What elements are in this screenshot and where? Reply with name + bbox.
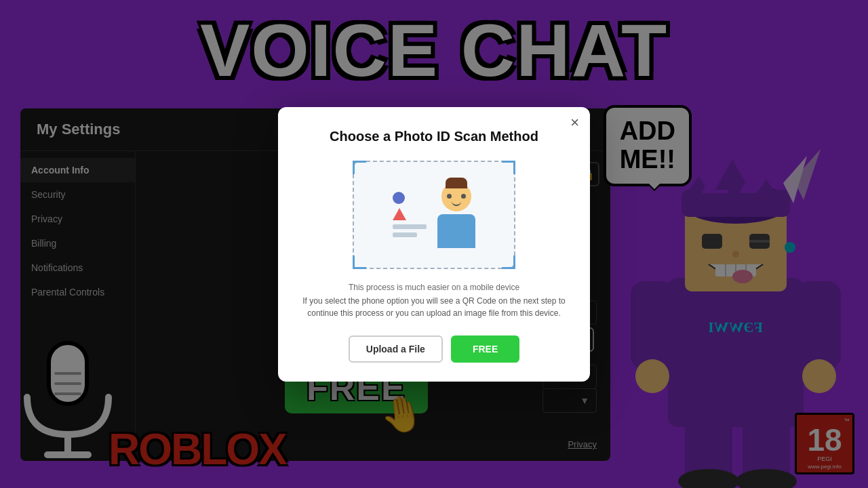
shapes-side: [393, 192, 427, 237]
corner-br: [502, 256, 515, 269]
shape-circle: [393, 192, 405, 204]
phone-option-button[interactable]: FREE: [451, 336, 519, 363]
modal-overlay: × Choose a Photo ID Scan Method: [0, 0, 868, 488]
scan-illustration: [353, 161, 515, 269]
shape-triangle: [393, 208, 406, 220]
photo-id-modal: × Choose a Photo ID Scan Method: [278, 107, 590, 382]
avatar-illustration: [437, 182, 475, 248]
avatar-hair: [446, 178, 467, 188]
corner-tl: [353, 161, 366, 174]
eye-left: [447, 194, 452, 199]
id-line-2: [393, 232, 417, 237]
avatar-body: [437, 214, 475, 248]
modal-title: Choose a Photo ID Scan Method: [302, 129, 566, 144]
corner-bl: [353, 256, 366, 269]
modal-subtitle: This process is much easier on a mobile …: [302, 283, 566, 292]
id-line-1: [393, 224, 427, 229]
eye-right: [461, 194, 466, 199]
avatar-head: [441, 182, 471, 211]
id-card-illustration: [393, 182, 475, 248]
corner-tr: [502, 161, 515, 174]
modal-buttons: Upload a File FREE: [302, 336, 566, 363]
modal-close-button[interactable]: ×: [570, 115, 579, 130]
mouth: [452, 201, 461, 206]
modal-description: If you select the phone option you will …: [302, 295, 566, 319]
id-lines: [393, 224, 427, 237]
upload-file-button[interactable]: Upload a File: [349, 336, 443, 363]
